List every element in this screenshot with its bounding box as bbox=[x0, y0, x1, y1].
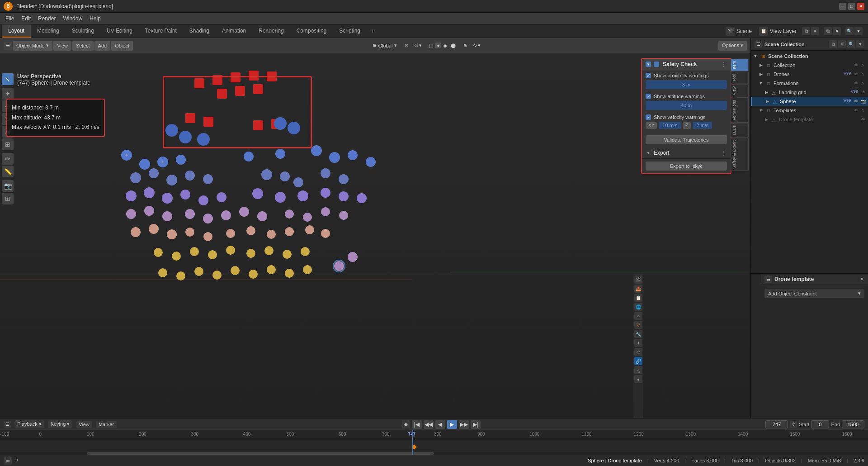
filter-icon[interactable]: ▼ bbox=[854, 27, 863, 35]
tab-animation[interactable]: Animation bbox=[216, 24, 252, 38]
expand-landing-grid-icon[interactable]: ▶ bbox=[764, 90, 769, 95]
select-tool[interactable]: ↖ bbox=[2, 73, 14, 85]
leds-tab[interactable]: LEDs bbox=[731, 123, 749, 138]
window-controls[interactable]: ─ □ ✕ bbox=[839, 3, 864, 10]
jump-end-button[interactable]: ▶| bbox=[471, 420, 481, 429]
item-tab[interactable]: Item bbox=[731, 59, 749, 71]
options-button[interactable]: Options ▾ bbox=[718, 41, 747, 51]
overlay-options[interactable]: ⊙ ▾ bbox=[412, 42, 424, 49]
view-layer-copy-icon[interactable]: ⧉ bbox=[824, 27, 832, 35]
particles-props-icon[interactable]: ✦ bbox=[634, 339, 642, 347]
annotate-tool[interactable]: ✏ bbox=[2, 153, 14, 165]
playback-dropdown[interactable]: Playback ▾ bbox=[14, 420, 44, 428]
tab-texture-paint[interactable]: Texture Paint bbox=[139, 24, 183, 38]
props-close-icon[interactable]: ✕ bbox=[860, 276, 864, 282]
view-dropdown[interactable]: View bbox=[76, 421, 92, 428]
props-menu-icon[interactable]: ☰ bbox=[764, 276, 772, 283]
constraint-props-icon[interactable]: 🔗 bbox=[634, 357, 642, 365]
eye-icon[interactable]: 👁 bbox=[853, 62, 859, 68]
tab-rendering[interactable]: Rendering bbox=[252, 24, 290, 38]
timeline-ruler[interactable]: -100 0 100 200 300 400 500 600 700 747 8… bbox=[0, 430, 868, 455]
export-collapse-icon[interactable]: ▼ bbox=[646, 150, 651, 156]
view-layer-icon-btn[interactable]: 📋 bbox=[759, 27, 768, 36]
gizmo-toggle[interactable]: ⊕ bbox=[461, 42, 469, 50]
keyframe-icon[interactable]: ◆ bbox=[402, 420, 410, 428]
current-frame-input[interactable] bbox=[765, 420, 788, 428]
next-keyframe-button[interactable]: ▶▶ bbox=[459, 420, 469, 429]
tree-drone-template[interactable]: ▶ △ Drone template 👁 bbox=[751, 115, 868, 124]
cursor-icon[interactable]: ↖ bbox=[860, 62, 866, 68]
expand-drone-template-icon[interactable]: ▶ bbox=[764, 117, 769, 122]
velocity-checkbox[interactable]: ✓ bbox=[646, 114, 651, 120]
menu-render[interactable]: Render bbox=[34, 14, 59, 23]
object-props-icon[interactable]: ▽ bbox=[634, 321, 642, 329]
timeline-scrollbar-thumb[interactable] bbox=[87, 452, 434, 455]
statusbar-menu-icon[interactable]: ☰ bbox=[4, 456, 12, 465]
physics-props-icon[interactable]: ◎ bbox=[634, 348, 642, 356]
altitude-checkbox[interactable]: ✓ bbox=[646, 94, 651, 99]
outliner-copy-icon[interactable]: ⧉ bbox=[829, 40, 837, 48]
wireframe-btn[interactable]: ◫ bbox=[427, 43, 435, 48]
tree-landing-grid[interactable]: ▶ △ Landing grid V99 👁 bbox=[751, 88, 868, 97]
object-mode-dropdown[interactable]: Object Mode ▾ bbox=[13, 41, 52, 51]
drones-eye-icon[interactable]: 👁 bbox=[853, 71, 859, 77]
scene-settings-icon[interactable]: 🌐 bbox=[634, 303, 642, 311]
tree-templates[interactable]: ▼ □ Templates 👁 ↖ bbox=[751, 106, 868, 115]
xy-value[interactable]: 10 m/s bbox=[659, 122, 681, 129]
drone-template-eye-icon[interactable]: 👁 bbox=[860, 116, 866, 123]
add-constraint-dropdown[interactable]: Add Object Constraint ▾ bbox=[764, 289, 864, 298]
snap-icon[interactable]: ⊡ bbox=[402, 42, 410, 50]
fps-icon[interactable]: ⏱ bbox=[790, 421, 797, 428]
sphere-camera-icon[interactable]: 📷 bbox=[860, 98, 866, 105]
landing-grid-eye-icon[interactable]: 👁 bbox=[860, 89, 866, 95]
data-props-icon[interactable]: △ bbox=[634, 366, 642, 374]
export-button[interactable]: Export to .skyc bbox=[646, 162, 727, 171]
viewport-options[interactable]: ∿ ▾ bbox=[471, 42, 482, 49]
grid-tool[interactable]: ⊞ bbox=[2, 193, 14, 204]
outliner-filter-icon[interactable]: 🔍 bbox=[847, 40, 855, 48]
tree-collection[interactable]: ▶ □ Collection 👁 ↖ bbox=[751, 61, 868, 70]
material-preview-btn[interactable]: ◉ bbox=[441, 43, 449, 48]
timeline-menu-icon[interactable]: ☰ bbox=[4, 421, 11, 428]
proximity-value[interactable]: 3 m bbox=[646, 80, 727, 89]
formations-eye-icon[interactable]: 👁 bbox=[853, 80, 859, 86]
search-icon[interactable]: 🔍 bbox=[845, 27, 854, 35]
safety-export-tab[interactable]: Safety & Export bbox=[731, 138, 749, 171]
tree-sphere[interactable]: ▶ △ Sphere V99 👁 📷 bbox=[751, 97, 868, 106]
expand-scene-icon[interactable]: ▼ bbox=[753, 53, 758, 59]
end-frame-input[interactable] bbox=[842, 420, 864, 428]
formations-cursor-icon[interactable]: ↖ bbox=[860, 80, 866, 86]
menu-file[interactable]: File bbox=[2, 14, 18, 23]
view-tab[interactable]: View bbox=[731, 84, 749, 97]
prev-keyframe-button[interactable]: ◀◀ bbox=[424, 420, 434, 429]
close-workspace-icon[interactable]: ✕ bbox=[811, 27, 819, 35]
expand-sphere-icon[interactable]: ▶ bbox=[764, 99, 770, 104]
material-props-icon[interactable]: ● bbox=[634, 375, 642, 383]
panel-collapse-icon[interactable]: ▼ bbox=[646, 62, 651, 67]
tool-tab[interactable]: Tool bbox=[731, 72, 749, 84]
close-button[interactable]: ✕ bbox=[857, 3, 864, 10]
expand-formations-icon[interactable]: ▼ bbox=[758, 81, 764, 86]
templates-cursor-icon[interactable]: ↖ bbox=[860, 107, 866, 114]
drones-cursor-icon[interactable]: ↖ bbox=[860, 71, 866, 77]
panel-enabled-checkbox[interactable] bbox=[654, 62, 659, 67]
tab-sculpting[interactable]: Sculpting bbox=[66, 24, 100, 38]
timeline-scrollbar[interactable] bbox=[0, 452, 868, 455]
add-menu[interactable]: Add bbox=[94, 41, 111, 51]
formations-tab[interactable]: Formations bbox=[731, 98, 749, 123]
tab-scripting[interactable]: Scripting bbox=[333, 24, 367, 38]
start-frame-input[interactable] bbox=[811, 420, 829, 428]
tree-drones[interactable]: ▶ □ Drones V99 👁 ↖ bbox=[751, 70, 868, 79]
expand-drones-icon[interactable]: ▶ bbox=[758, 71, 764, 77]
templates-eye-icon[interactable]: 👁 bbox=[853, 107, 859, 114]
viewport-menu-icon[interactable]: ☰ bbox=[4, 42, 12, 50]
render-props-icon[interactable]: 🎬 bbox=[634, 276, 642, 284]
view-layer-close-icon[interactable]: ✕ bbox=[833, 27, 841, 35]
camera-tool[interactable]: 📷 bbox=[2, 180, 14, 192]
outliner-close-icon[interactable]: ✕ bbox=[838, 40, 846, 48]
export-dots-menu[interactable]: ⋮ bbox=[721, 149, 727, 157]
menu-window[interactable]: Window bbox=[59, 14, 86, 23]
z-value[interactable]: 2 m/s bbox=[693, 122, 712, 129]
global-pivot-btn[interactable]: ⊕ Global ▾ bbox=[369, 42, 401, 49]
proximity-checkbox[interactable]: ✓ bbox=[646, 73, 651, 78]
